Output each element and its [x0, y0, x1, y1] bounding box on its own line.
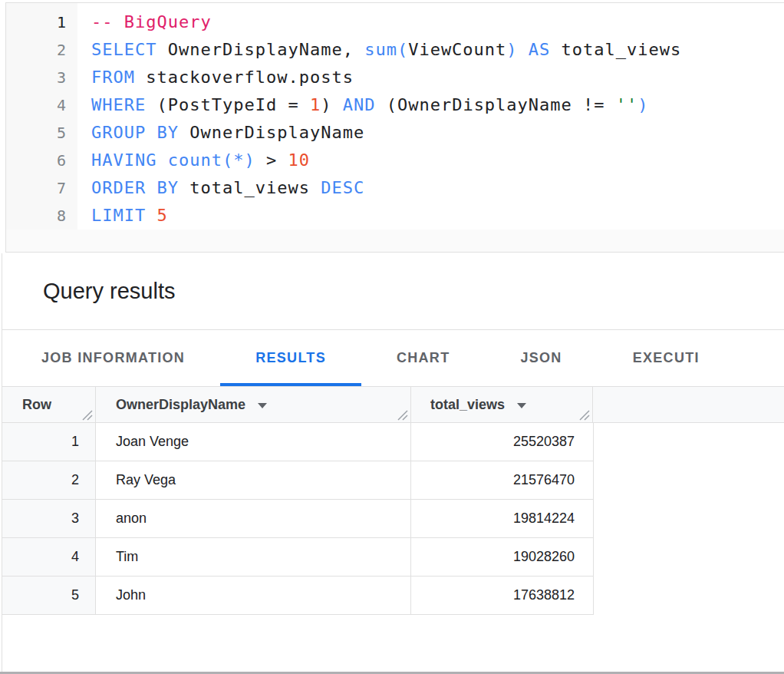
column-resize-handle[interactable] [578, 409, 590, 421]
code-token: GROUP BY [91, 123, 179, 142]
cell-total-views: 25520387 [411, 423, 593, 461]
line-number-8: 8 [6, 202, 77, 230]
code-token: DESC [321, 178, 364, 197]
line-number-1: 1 [6, 8, 77, 36]
code-line-5[interactable]: GROUP BY OwnerDisplayName [91, 119, 784, 147]
code-token: total_views [550, 40, 681, 59]
column-resize-icon [397, 409, 408, 421]
column-label-total-views: total_views [430, 397, 505, 413]
tab-job-information[interactable]: JOB INFORMATION [6, 330, 220, 386]
code-token: AS [529, 40, 551, 59]
code-token: (OwnerDisplayName != [375, 95, 615, 114]
column-label-row: Row [22, 397, 51, 413]
line-number-4: 4 [6, 91, 77, 119]
code-line-6[interactable]: HAVING count(*) > 10 [91, 147, 784, 174]
cell-owner-display-name: John [96, 577, 411, 614]
results-table-header: RowOwnerDisplayNametotal_views [2, 386, 784, 423]
cell-row-number: 5 [2, 577, 96, 614]
tab-execution[interactable]: EXECUTI [598, 330, 735, 386]
sql-editor-panel: 12345678 -- BigQuerySELECT OwnerDisplayN… [5, 2, 784, 253]
cell-row-number: 4 [2, 538, 96, 576]
cell-owner-display-name: Ray Vega [96, 461, 411, 499]
code-token: ) [506, 40, 517, 59]
code-line-1[interactable]: -- BigQuery [91, 8, 784, 36]
tab-json[interactable]: JSON [485, 330, 597, 386]
code-line-2[interactable]: SELECT OwnerDisplayName, sum(ViewCount) … [91, 36, 784, 64]
cell-owner-display-name: Joan Venge [96, 423, 411, 461]
code-token: AND [343, 95, 376, 114]
line-number-6: 6 [6, 147, 77, 174]
code-token: ) [637, 95, 648, 114]
cell-total-views: 21576470 [411, 461, 593, 499]
column-header-total-views: total_views [411, 387, 593, 422]
cell-owner-display-name: Tim [96, 538, 411, 576]
column-label-owner-display-name: OwnerDisplayName [116, 397, 245, 413]
table-row: 4Tim19028260 [2, 538, 593, 577]
line-number-5: 5 [6, 119, 77, 147]
sql-code-editor[interactable]: -- BigQuerySELECT OwnerDisplayName, sum(… [77, 3, 784, 230]
cell-owner-display-name: anon [96, 500, 411, 537]
code-token: OwnerDisplayName, [156, 40, 364, 59]
code-token: -- BigQuery [91, 12, 212, 31]
code-token: stackoverflow.posts [135, 68, 354, 87]
table-row: 3anon19814224 [2, 500, 593, 538]
column-resize-icon [81, 409, 93, 421]
cell-total-views: 19814224 [411, 500, 593, 537]
code-token: FROM [91, 68, 135, 87]
code-line-3[interactable]: FROM stackoverflow.posts [91, 64, 784, 91]
results-tab-bar: JOB INFORMATIONRESULTSCHARTJSONEXECUTI [2, 330, 784, 386]
code-token: ) [321, 95, 343, 114]
code-line-4[interactable]: WHERE (PostTypeId = 1) AND (OwnerDisplay… [91, 91, 784, 119]
code-token [146, 206, 156, 225]
tab-results[interactable]: RESULTS [220, 330, 361, 386]
code-line-7[interactable]: ORDER BY total_views DESC [91, 174, 784, 202]
table-row: 5John17638812 [2, 577, 593, 615]
code-token: 1 [310, 95, 321, 114]
cell-row-number: 3 [2, 500, 96, 537]
query-results-panel: Query results JOB INFORMATIONRESULTSCHAR… [2, 253, 784, 674]
cell-total-views: 17638812 [411, 577, 593, 614]
column-resize-handle[interactable] [397, 409, 408, 421]
code-token: 5 [156, 206, 167, 225]
line-number-7: 7 [6, 174, 77, 202]
cell-row-number: 1 [2, 423, 96, 461]
code-token [156, 150, 167, 170]
code-token: 10 [288, 150, 310, 170]
editor-bottom-filler [6, 230, 784, 252]
code-token: OwnerDisplayName [179, 123, 364, 142]
code-token: count(*) [168, 150, 255, 170]
results-table-body: 1Joan Venge255203872Ray Vega215764703ano… [2, 423, 594, 615]
query-results-header: Query results [2, 253, 784, 330]
code-token: HAVING [91, 150, 156, 170]
code-token [518, 40, 529, 59]
code-token: ViewCount [408, 40, 506, 59]
code-token: '' [616, 95, 638, 114]
code-token: WHERE [91, 95, 146, 114]
code-token: SELECT [91, 40, 156, 59]
line-number-3: 3 [6, 64, 77, 91]
code-line-8[interactable]: LIMIT 5 [91, 202, 784, 230]
column-resize-handle[interactable] [81, 409, 93, 421]
query-results-title: Query results [43, 279, 175, 304]
code-token: sum( [364, 40, 408, 59]
line-number-gutter: 12345678 [6, 3, 77, 230]
tab-chart[interactable]: CHART [361, 330, 486, 386]
column-resize-icon [578, 409, 590, 421]
column-header-filler [593, 387, 784, 422]
column-header-owner-display-name: OwnerDisplayName [96, 387, 411, 422]
code-token: LIMIT [91, 206, 146, 225]
table-row: 1Joan Venge25520387 [2, 423, 593, 461]
code-token: > [255, 150, 288, 170]
line-number-2: 2 [6, 36, 77, 64]
code-token: total_views [179, 178, 321, 197]
code-token: ORDER BY [91, 178, 179, 197]
table-row: 2Ray Vega21576470 [2, 461, 593, 500]
code-token: (PostTypeId = [146, 95, 310, 114]
cell-total-views: 19028260 [411, 538, 593, 576]
cell-row-number: 2 [2, 461, 96, 499]
column-header-row: Row [2, 387, 96, 422]
sort-dropdown-icon[interactable] [517, 403, 526, 408]
sort-dropdown-icon[interactable] [258, 403, 267, 408]
